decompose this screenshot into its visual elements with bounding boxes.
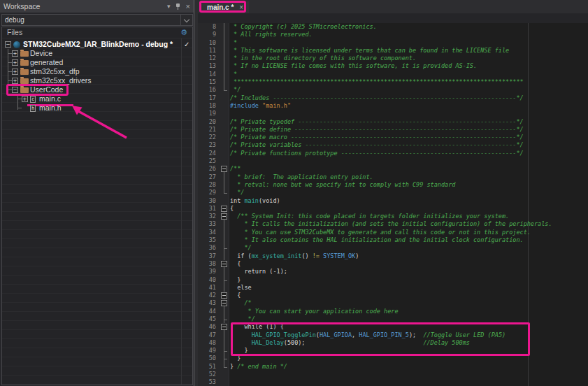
code-line[interactable]: 18#include "main.h" xyxy=(198,102,588,110)
code-line[interactable]: 10 * xyxy=(198,39,588,47)
panel-menu-icon[interactable]: ▾ xyxy=(167,3,171,10)
code-line[interactable]: 28 * retval: none but we specify int to … xyxy=(198,181,588,189)
code-line[interactable]: 50 } xyxy=(198,355,588,362)
tree-item-label: main.h xyxy=(39,103,62,113)
tree-item-device[interactable]: +Device xyxy=(2,49,192,58)
fold-collapse-icon[interactable] xyxy=(218,299,230,307)
code-line[interactable]: 41 else xyxy=(198,284,588,292)
line-number: 11 xyxy=(198,47,218,55)
code-line[interactable]: 23/* Private variables -----------------… xyxy=(198,141,588,149)
code-line[interactable]: 27 * brief: The application entry point. xyxy=(198,173,588,181)
gear-icon[interactable]: ⚙ xyxy=(180,27,187,38)
fold-margin xyxy=(218,244,230,252)
code-text: #include "main.h" xyxy=(230,102,588,110)
code-line[interactable]: 39 return (-1); xyxy=(198,268,588,276)
code-line[interactable]: 35 * It also contains the HAL initializa… xyxy=(198,236,588,244)
folder-icon xyxy=(20,51,29,57)
fold-collapse-icon[interactable] xyxy=(218,213,230,220)
fold-collapse-icon[interactable] xyxy=(218,205,230,213)
code-line[interactable]: 29 */ xyxy=(198,189,588,196)
code-line[interactable]: 17/* Includes --------------------------… xyxy=(198,94,588,102)
fold-margin xyxy=(218,308,230,315)
code-line[interactable]: 33 * It calls the initialization (and se… xyxy=(198,220,588,228)
code-line[interactable]: 40 } xyxy=(198,276,588,284)
code-text: /** xyxy=(230,165,588,173)
code-line[interactable]: 32 /** System Init: this code placed in … xyxy=(198,213,588,220)
fold-margin xyxy=(218,55,230,62)
fold-collapse-icon[interactable] xyxy=(218,260,230,268)
line-number: 35 xyxy=(198,236,218,244)
code-line[interactable]: 15 *************************************… xyxy=(198,78,588,86)
collapse-icon[interactable]: − xyxy=(5,41,11,48)
fold-collapse-icon[interactable] xyxy=(218,292,230,299)
code-line[interactable]: 22/* Private macro ---------------------… xyxy=(198,134,588,141)
code-line[interactable]: 42 { xyxy=(198,292,588,299)
code-line[interactable]: 9 * All rights reserved. xyxy=(198,31,588,38)
code-line[interactable]: 20/* Private typedef -------------------… xyxy=(198,118,588,126)
folder-icon xyxy=(20,60,29,66)
expand-icon[interactable]: + xyxy=(12,59,18,66)
code-editor[interactable]: 8 * Copyright (c) 2025 STMicroelectronic… xyxy=(198,23,588,386)
code-text: } /* end main */ xyxy=(230,363,588,371)
line-number: 23 xyxy=(198,141,218,149)
dropdown-button[interactable] xyxy=(180,15,192,25)
tree-item-stm32cubemx2-iar-blinkdemo-debug-[interactable]: −STM32CubeMX2_IAR_BlinkDemo - debug *✓ xyxy=(2,40,192,49)
expand-icon[interactable]: + xyxy=(12,69,18,75)
line-number: 44 xyxy=(198,308,218,315)
code-text xyxy=(230,371,588,378)
line-number: 21 xyxy=(198,126,218,134)
code-line[interactable]: 13 * If no LICENSE file comes with this … xyxy=(198,62,588,70)
expand-icon[interactable]: + xyxy=(22,96,28,102)
fold-collapse-icon[interactable] xyxy=(218,165,230,173)
code-line[interactable]: 52 xyxy=(198,371,588,378)
line-number: 43 xyxy=(198,299,218,307)
code-line[interactable]: 26/** xyxy=(198,165,588,173)
code-line[interactable]: 21/* Private define --------------------… xyxy=(198,126,588,134)
fold-margin xyxy=(218,371,230,378)
code-line[interactable]: 43 /* xyxy=(198,299,588,307)
tree-item-generated[interactable]: +generated xyxy=(2,58,192,67)
code-line[interactable]: 34 * You can use STM32CubeMX to generate… xyxy=(198,229,588,236)
line-number: 37 xyxy=(198,252,218,260)
line-number: 36 xyxy=(198,244,218,252)
code-line[interactable]: 44 * You can start your application code… xyxy=(198,308,588,315)
expand-icon[interactable]: + xyxy=(12,50,18,57)
code-line[interactable]: 37 if (mx_system_init() != SYSTEM_OK) xyxy=(198,252,588,260)
line-number: 13 xyxy=(198,62,218,70)
code-line[interactable]: 11 * This software is licensed under ter… xyxy=(198,47,588,55)
code-line[interactable]: 38 { xyxy=(198,260,588,268)
pin-icon[interactable] xyxy=(175,3,181,10)
line-number: 45 xyxy=(198,315,218,323)
line-number: 14 xyxy=(198,71,218,78)
line-number: 25 xyxy=(198,157,218,165)
code-line[interactable]: 30int main(void) xyxy=(198,197,588,205)
editor-tabbar: main.c * × xyxy=(198,0,588,14)
fold-margin xyxy=(218,331,230,339)
code-line[interactable]: 16 */ xyxy=(198,86,588,94)
code-line[interactable]: 14 * xyxy=(198,71,588,78)
tree-item-usercode[interactable]: −UserCode xyxy=(2,85,192,94)
tree-item-stm32c5xx-dfp[interactable]: +stm32c5xx_dfp xyxy=(2,67,192,76)
code-line[interactable]: 24/* Private functions prototype -------… xyxy=(198,150,588,157)
tree-item-main-c[interactable]: +cmain.c xyxy=(2,94,192,103)
line-number: 51 xyxy=(198,363,218,371)
code-line[interactable]: 12 * in the root directory of this softw… xyxy=(198,55,588,62)
code-line[interactable]: 51} /* end main */ xyxy=(198,363,588,371)
code-line[interactable]: 53 xyxy=(198,378,588,386)
expand-icon[interactable]: + xyxy=(12,78,18,84)
fold-collapse-icon[interactable] xyxy=(218,323,230,331)
panel-close-icon[interactable]: × xyxy=(186,2,190,10)
line-number: 22 xyxy=(198,134,218,141)
line-number: 20 xyxy=(198,118,218,126)
code-text: * retval: none but we specify int to com… xyxy=(230,181,588,189)
configuration-dropdown[interactable]: debug xyxy=(1,14,193,26)
code-line[interactable]: 31{ xyxy=(198,205,588,213)
code-line[interactable]: 25 xyxy=(198,157,588,165)
project-icon xyxy=(13,41,20,48)
code-line[interactable]: 36 */ xyxy=(198,244,588,252)
code-line[interactable]: 19 xyxy=(198,110,588,117)
code-line[interactable]: 8 * Copyright (c) 2025 STMicroelectronic… xyxy=(198,23,588,31)
code-text: * It also contains the HAL initializatio… xyxy=(230,236,588,244)
tree-item-main-h[interactable]: hmain.h xyxy=(2,103,192,113)
line-number: 38 xyxy=(198,260,218,268)
